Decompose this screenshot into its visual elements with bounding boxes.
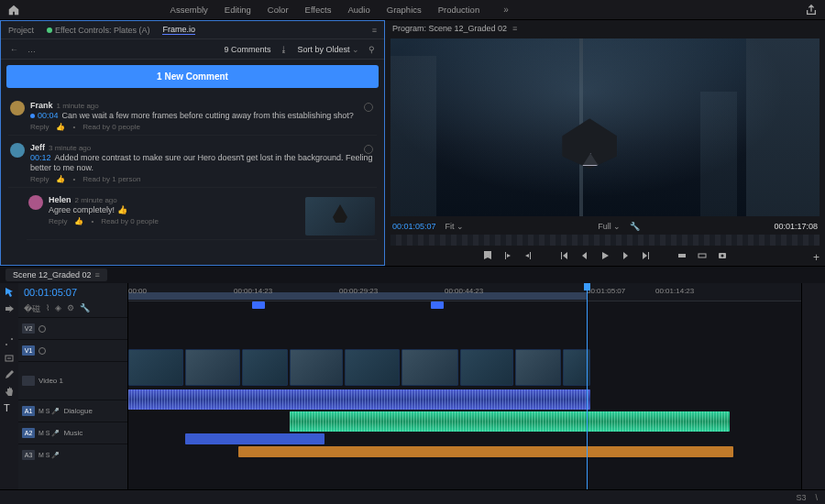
video-clip[interactable] [460, 349, 513, 386]
workspace-tab[interactable]: Assembly [170, 5, 208, 15]
tab-frameio[interactable]: Frame.io [162, 25, 195, 35]
clip-marker[interactable] [252, 301, 265, 309]
lift-icon[interactable] [676, 250, 688, 261]
playhead[interactable] [587, 283, 588, 489]
panel-menu-icon[interactable]: ≡ [95, 270, 100, 279]
video-track-header[interactable]: Video 1 [18, 361, 127, 400]
video-viewport[interactable] [390, 38, 820, 216]
video-clip[interactable] [185, 349, 240, 386]
comment-timecode[interactable]: 00:12 [30, 153, 51, 162]
snap-icon[interactable]: �磁 [24, 303, 40, 315]
timeline-panel: Scene 12_Graded 02 ≡ T 00:01:05:07 �磁 ⌇ [0, 266, 825, 504]
marker-icon[interactable]: ◈ [55, 303, 61, 315]
slip-tool-icon[interactable] [4, 353, 15, 364]
panel-menu-icon[interactable]: ≡ [512, 24, 517, 33]
extract-icon[interactable] [697, 250, 708, 261]
video-track-header[interactable]: V1 [18, 339, 127, 361]
ripple-tool-icon[interactable] [4, 320, 15, 331]
svg-rect-0 [678, 254, 686, 257]
goto-in-icon[interactable] [559, 250, 570, 261]
tab-effect-controls[interactable]: Effect Controls: Plates (A) [47, 26, 149, 35]
back-icon[interactable]: ← [10, 45, 18, 54]
pen-tool-icon[interactable] [4, 369, 15, 380]
video-clip[interactable] [515, 349, 561, 386]
status-bar: S3 \ [0, 489, 825, 504]
complete-toggle-icon[interactable] [364, 145, 373, 154]
audio-clip[interactable] [290, 411, 730, 432]
download-icon[interactable]: ⭳ [280, 45, 288, 54]
time-ruler[interactable]: 00:0000:00:14:2300:00:29:2300:00:44:2300… [128, 283, 801, 301]
reply-button[interactable]: Reply [30, 123, 49, 131]
workspace-tab[interactable]: Editing [225, 5, 251, 15]
new-comment-button[interactable]: 1 New Comment [6, 65, 379, 88]
workspace-tab[interactable]: Color [268, 5, 289, 15]
track-select-tool-icon[interactable] [4, 303, 15, 314]
eye-icon[interactable] [38, 325, 46, 333]
timeline-timecode[interactable]: 00:01:05:07 [18, 283, 127, 301]
selection-tool-icon[interactable] [4, 287, 15, 298]
workspace-tab[interactable]: Graphics [387, 5, 422, 15]
timecode-current[interactable]: 00:01:05:07 [392, 222, 436, 231]
play-icon[interactable] [600, 250, 610, 261]
panel-menu-icon[interactable]: ≡ [372, 26, 377, 35]
eye-icon[interactable] [38, 347, 46, 355]
like-icon[interactable]: 👍 [56, 123, 65, 131]
sort-dropdown[interactable]: Sort by Oldest ⌄ [297, 45, 359, 54]
audio-clip[interactable] [128, 389, 590, 410]
workspace-tab[interactable]: Effects [305, 5, 332, 15]
zoom-fit-dropdown[interactable]: Fit ⌄ [446, 222, 465, 231]
wrench-icon[interactable]: 🔧 [630, 222, 640, 231]
razor-tool-icon[interactable] [4, 336, 15, 347]
wrench-icon[interactable]: 🔧 [80, 303, 90, 315]
comment-timecode[interactable]: 00:04 [38, 111, 59, 120]
video-clip[interactable] [242, 349, 288, 386]
export-frame-icon[interactable] [717, 250, 728, 261]
audio-clip[interactable] [185, 433, 324, 444]
home-icon[interactable] [7, 4, 20, 16]
share-icon[interactable] [805, 4, 818, 16]
audio-clip[interactable] [238, 446, 733, 457]
audio-track-header[interactable]: A1M S 🎤Dialogue [18, 400, 127, 422]
video-clip[interactable] [290, 349, 343, 386]
like-icon[interactable]: 👍 [74, 217, 83, 225]
goto-out-icon[interactable] [640, 250, 651, 261]
workspace-tab[interactable]: Production [438, 5, 479, 15]
mark-in-icon[interactable] [502, 250, 513, 261]
video-clip[interactable] [345, 349, 400, 386]
tab-project[interactable]: Project [8, 26, 34, 35]
settings-icon[interactable]: ⚙ [67, 303, 74, 315]
video-clip[interactable] [128, 349, 183, 386]
workspace-tab[interactable]: Audio [347, 5, 369, 15]
video-track-header[interactable]: V2 [18, 317, 127, 339]
button-editor-icon[interactable]: + [813, 251, 820, 264]
timeline-canvas[interactable]: 00:0000:00:14:2300:00:29:2300:00:44:2300… [128, 283, 801, 489]
svg-rect-1 [698, 254, 706, 257]
reply-button[interactable]: Reply [30, 175, 49, 183]
mark-out-icon[interactable] [522, 250, 534, 261]
comment-item[interactable]: Frank1 minute ago 00:04Can we wait a few… [8, 97, 377, 136]
audio-track-header[interactable]: A3M S 🎤 [18, 444, 127, 466]
resolution-dropdown[interactable]: Full ⌄ [598, 222, 621, 231]
filter-icon[interactable]: ⚲ [368, 45, 375, 54]
workspace-overflow-icon[interactable]: » [503, 5, 509, 15]
video-clip[interactable] [402, 349, 458, 386]
complete-toggle-icon[interactable] [364, 103, 373, 112]
step-fwd-icon[interactable] [620, 250, 631, 261]
sequence-tab[interactable]: Scene 12_Graded 02 ≡ [6, 268, 107, 281]
reply-button[interactable]: Reply [49, 217, 67, 225]
add-marker-icon[interactable] [482, 250, 493, 261]
comment-item[interactable]: Jeff3 minute ago 00:12Added more contras… [8, 139, 377, 188]
ruler-label: 00:00:44:23 [445, 287, 483, 295]
step-back-icon[interactable] [579, 250, 590, 261]
clip-marker[interactable] [431, 301, 444, 309]
playback-bar[interactable] [390, 235, 820, 246]
type-tool-icon[interactable]: T [4, 402, 15, 413]
ellipsis-icon[interactable]: … [28, 45, 36, 54]
comment-item[interactable]: Helen2 minute ago Agree completely! 👍 Re… [27, 192, 377, 240]
comment-thumbnail[interactable] [305, 197, 375, 236]
avatar [28, 195, 43, 210]
hand-tool-icon[interactable] [4, 386, 15, 397]
linked-selection-icon[interactable]: ⌇ [46, 303, 50, 315]
audio-track-header[interactable]: A2M S 🎤Music [18, 422, 127, 444]
like-icon[interactable]: 👍 [56, 175, 65, 183]
